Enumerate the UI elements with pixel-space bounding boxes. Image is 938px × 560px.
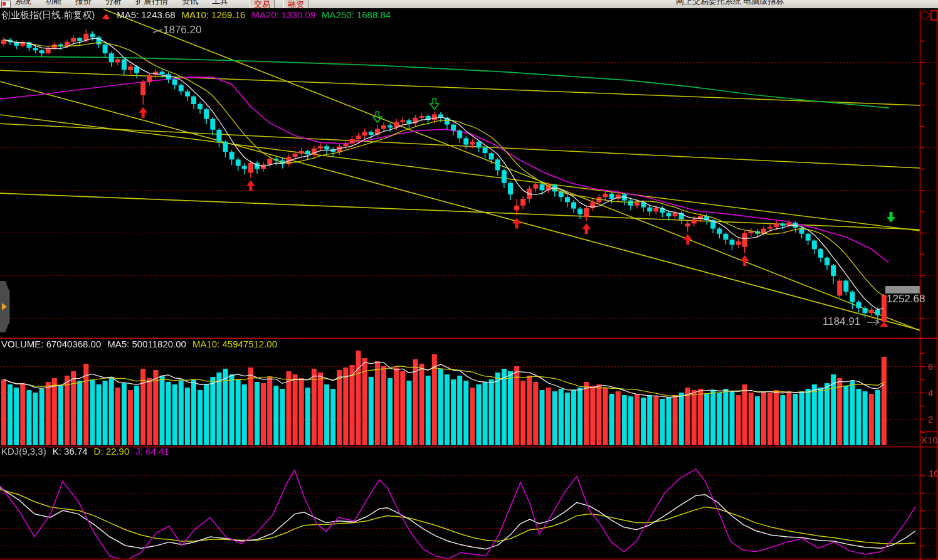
menu-item-5[interactable]: 资讯 — [182, 0, 198, 7]
menu-hot-button-1[interactable]: 融资 — [283, 0, 308, 9]
volume-axis-tick-6: 6 — [928, 361, 933, 372]
kdj-axis-tick-100: 10 — [929, 468, 938, 478]
volume-label-2: MA10: 45947512.00 — [192, 339, 277, 349]
low-price-label: 1184.91 — [823, 315, 860, 328]
menu-item-0[interactable]: 系统 — [15, 0, 31, 7]
ma-label-2: MA20: 1330.09 — [251, 9, 315, 20]
menu-bar: 系统功能报价分析扩展行情资讯工具 交易融资 网上交易委托系统 电脑版指标 — [0, 0, 938, 9]
menu-item-3[interactable]: 分析 — [105, 0, 122, 7]
last-price-label: 1252.68 — [887, 293, 925, 305]
red-up-arrow-icon — [102, 10, 110, 19]
app-icon — [1, 1, 11, 8]
volume-label-0: VOLUME: 67040368.00 — [1, 339, 101, 349]
main-chart-header: 创业板指(日线.前复权)MA5: 1243.68MA10: 1269.16MA2… — [1, 9, 403, 21]
kdj-label-0: KDJ(9,3,3) — [1, 446, 46, 457]
kdj-label-1: K: 36.74 — [53, 446, 88, 457]
kline-chart-canvas[interactable] — [0, 0, 938, 560]
kdj-label-2: D: 22.90 — [94, 446, 130, 457]
menu-item-1[interactable]: 功能 — [45, 0, 61, 7]
menu-item-2[interactable]: 报价 — [75, 0, 92, 7]
volume-axis-tick-2: 2 — [928, 414, 933, 425]
volume-axis-tick-4: 4 — [928, 388, 933, 398]
ma-label-3: MA250: 1688.84 — [322, 9, 391, 20]
app-window: 系统功能报价分析扩展行情资讯工具 交易融资 网上交易委托系统 电脑版指标 创业板… — [0, 0, 938, 560]
kdj-label-3: J: 64.41 — [135, 446, 169, 457]
kdj-header: KDJ(9,3,3)K: 36.74D: 22.90J: 64.41 — [1, 446, 176, 457]
restore-window-icon[interactable] — [930, 10, 938, 21]
menu-right-text: 网上交易委托系统 电脑版指标 — [676, 0, 784, 7]
volume-axis-unit: X10 — [921, 435, 938, 445]
ma-label-1: MA10: 1269.16 — [182, 9, 246, 20]
menu-hot-button-0[interactable]: 交易 — [250, 0, 275, 9]
symbol-title[interactable]: 创业板指(日线.前复权) — [1, 9, 95, 20]
expand-right-icon — [2, 303, 11, 310]
volume-label-1: MA5: 50011820.00 — [107, 339, 186, 349]
peak-price-label: 1876.20 — [163, 24, 201, 36]
volume-header: VOLUME: 67040368.00MA5: 50011820.00MA10:… — [1, 339, 283, 349]
menu-item-4[interactable]: 扩展行情 — [135, 0, 168, 7]
left-panel-expand-tab[interactable] — [0, 281, 9, 332]
menu-item-6[interactable]: 工具 — [212, 0, 228, 7]
ma-label-0: MA5: 1243.68 — [117, 9, 175, 20]
